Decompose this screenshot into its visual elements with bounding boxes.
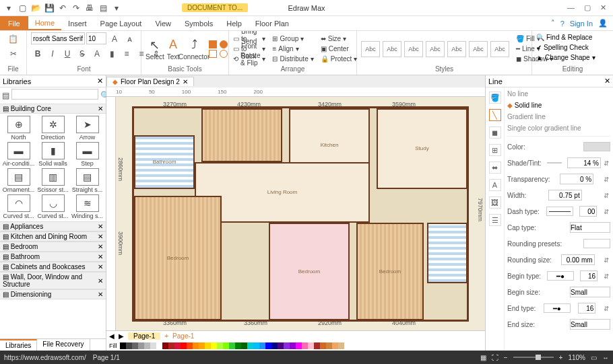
drawing-canvas[interactable]: 3270mm 4230mm 3420mm 3590mm 2860mm 3900m… (116, 97, 485, 330)
dash-val[interactable] (579, 206, 597, 217)
swatch[interactable] (187, 342, 193, 349)
group-btn[interactable]: ⊞ Group ▾ (272, 34, 313, 44)
increase-font-icon[interactable]: A (108, 32, 121, 46)
round-presets-combo[interactable] (583, 239, 610, 248)
room-study[interactable]: Study (377, 108, 467, 189)
category-cabinets-and-bookcases[interactable]: ▤ Cabinets and Bookcases✕ (0, 262, 106, 272)
end-type-combo[interactable]: ━● (544, 303, 571, 313)
swatch[interactable] (253, 342, 259, 349)
swatch[interactable] (265, 342, 271, 349)
swatch[interactable] (332, 342, 338, 349)
begin-type-val[interactable] (580, 270, 598, 281)
swatch[interactable] (229, 342, 235, 349)
swatch[interactable] (259, 342, 265, 349)
swatch[interactable] (144, 342, 150, 349)
center-btn[interactable]: ▣ Center (321, 44, 358, 54)
swatch[interactable] (174, 342, 181, 349)
swatch[interactable] (162, 342, 168, 349)
zoom-in-icon[interactable]: + (559, 354, 563, 361)
swatch[interactable] (271, 342, 278, 349)
swatch[interactable] (150, 342, 156, 349)
tab-libraries[interactable]: Libraries (0, 339, 37, 351)
opt-no-line[interactable]: No line (507, 90, 610, 98)
shape-North[interactable]: ⊕North (2, 116, 35, 141)
end-type-val[interactable] (578, 303, 595, 314)
shape-Arrow[interactable]: ➤Arrow (71, 116, 104, 141)
line-tool-size-icon[interactable]: ⬌ (489, 161, 501, 174)
shape-Curved st...[interactable]: ◡Curved st... (36, 194, 69, 219)
dash-combo[interactable] (546, 207, 573, 216)
protect-btn[interactable]: 🔒 Protect ▾ (321, 54, 358, 64)
room-terrace[interactable] (201, 108, 282, 162)
shape-picker[interactable] (209, 40, 229, 58)
room-bedroom-2[interactable]: Bedroom (269, 223, 350, 320)
shape-Straight s...[interactable]: ▤Straight s... (71, 168, 104, 193)
opt-gradient-line[interactable]: Gradient line (507, 113, 610, 120)
undo-icon[interactable]: ↶ (58, 3, 67, 13)
size-btn[interactable]: ⬌ Size ▾ (321, 34, 358, 44)
more-icon[interactable]: ▾ (112, 3, 121, 13)
print-icon[interactable]: 🖶 (85, 3, 94, 13)
spelling-btn[interactable]: ✔ Spelling Check (536, 42, 589, 52)
close-icon[interactable]: ✕ (600, 3, 606, 12)
file-menu[interactable]: File (0, 16, 28, 30)
new-icon[interactable]: ▢ (18, 3, 27, 13)
zoom-slider[interactable] (513, 357, 554, 358)
line-tool-text-icon[interactable]: A (489, 179, 501, 191)
shape-Solid walls[interactable]: ▮Solid walls (36, 142, 69, 167)
minimize-icon[interactable]: — (567, 3, 575, 12)
font-family-combo[interactable] (31, 32, 85, 44)
room-bathroom[interactable]: Bathroom (134, 135, 195, 189)
swatch[interactable] (132, 342, 138, 349)
round-size-input[interactable] (561, 254, 595, 265)
swatch[interactable] (138, 342, 144, 349)
floor-plan[interactable]: Kitchen Bathroom Living Room Study Bedro… (132, 106, 469, 322)
decrease-font-icon[interactable]: ᴀ (123, 32, 136, 46)
shape-Direction[interactable]: ✲Direction (36, 116, 69, 141)
highlight-icon[interactable]: ▮ (105, 47, 119, 61)
signin-link[interactable]: Sign In (570, 20, 593, 28)
swatch[interactable] (120, 342, 126, 349)
strike-icon[interactable]: S̶ (75, 47, 89, 61)
libraries-search-input[interactable] (11, 89, 98, 100)
dropdown-icon[interactable]: ▾ (4, 3, 13, 13)
redo-icon[interactable]: ↷ (71, 3, 81, 13)
category-wall-door-window-and-structure[interactable]: ▤ Wall, Door, Window and Structure✕ (0, 272, 106, 289)
swatch[interactable] (211, 342, 217, 349)
swatch[interactable] (338, 342, 344, 349)
help-icon[interactable]: ? (560, 20, 564, 28)
fit-width-icon[interactable]: ↔ (602, 354, 609, 361)
find-btn[interactable]: 🔍 Find & Replace (536, 32, 592, 42)
room-bedroom-1[interactable]: Bedroom (134, 196, 222, 320)
cap-combo[interactable] (570, 222, 610, 233)
underline-icon[interactable]: U (61, 47, 74, 61)
next-page-icon[interactable]: ▶ (119, 332, 124, 340)
menu-help[interactable]: Help (220, 16, 249, 30)
menu-floor-plan[interactable]: Floor Plan (249, 16, 296, 30)
menu-symbols[interactable]: Symbols (178, 16, 220, 30)
fit-page-icon[interactable]: ▭ (591, 354, 597, 361)
room-bathroom-2[interactable] (427, 223, 467, 283)
transparency-input[interactable] (560, 174, 593, 184)
swatch[interactable] (205, 342, 211, 349)
add-page-icon[interactable]: + (164, 332, 168, 340)
category-bedroom[interactable]: ▤ Bedroom✕ (0, 242, 106, 252)
shape-Scissor st...[interactable]: ▥Scissor st... (36, 168, 69, 193)
line-tool-line-icon[interactable]: ╲ (489, 109, 501, 121)
document-tab[interactable]: ◆Floor Plan Design 2✕ (106, 77, 194, 86)
swatch[interactable] (126, 342, 132, 349)
line-tool-fill-icon[interactable]: 🪣 (489, 92, 501, 104)
select-tool[interactable]: ↖Select (146, 38, 164, 61)
shape-Air-conditi...[interactable]: ▬Air-conditi... (2, 142, 35, 167)
swatch[interactable] (326, 342, 332, 349)
shape-Winding s...[interactable]: ≋Winding s... (71, 194, 104, 219)
begin-size-combo[interactable] (570, 287, 610, 297)
page-tab[interactable]: Page-1 (128, 332, 160, 340)
line-panel-close-icon[interactable]: ✕ (604, 77, 610, 85)
menu-view[interactable]: View (148, 16, 178, 30)
tab-file-recovery[interactable]: File Recovery (37, 339, 90, 351)
room-bedroom-3[interactable]: Bedroom (356, 223, 424, 320)
zoom-out-icon[interactable]: − (504, 354, 508, 361)
menu-home[interactable]: Home (28, 16, 61, 30)
italic-icon[interactable]: I (46, 47, 59, 61)
